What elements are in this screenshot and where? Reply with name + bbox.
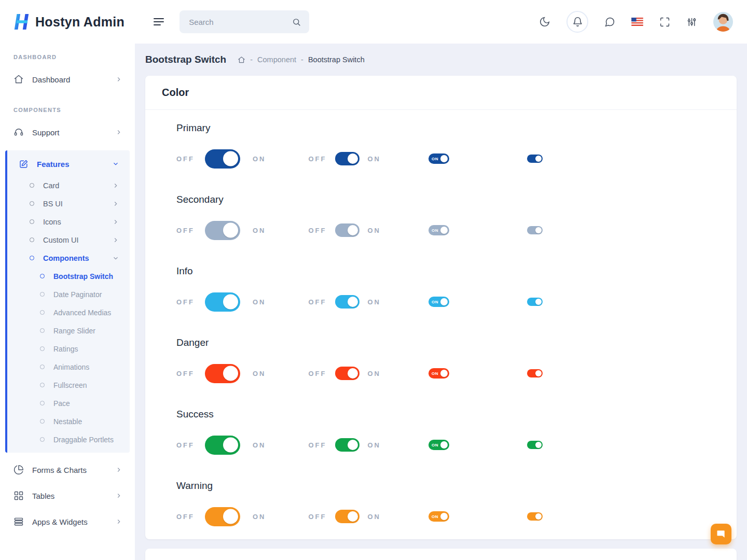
sidebar-item-components[interactable]: Components [7, 249, 130, 267]
switch-knob [535, 299, 542, 305]
sidebar-item-date-paginator[interactable]: Date Paginator [7, 285, 130, 303]
flag-us-icon [631, 18, 643, 26]
sidebar-item-pace[interactable]: Pace [7, 394, 130, 412]
sidebar-item-label: Components [43, 254, 89, 262]
switch-row: OFFONOFFONON [176, 291, 720, 312]
switch-state-label: OFF [176, 227, 195, 234]
language-selector[interactable] [631, 18, 643, 26]
switch-on-text: ON [432, 228, 438, 233]
toggle-switch-sm[interactable]: ON [428, 511, 449, 522]
brand[interactable]: Hostyn Admin [12, 13, 125, 31]
toggle-switch-md[interactable] [335, 510, 359, 523]
toggle-switch-xs[interactable] [527, 441, 543, 449]
toggle-switch-lg[interactable] [205, 292, 240, 312]
toggle-switch-lg[interactable] [205, 507, 240, 526]
dark-mode-toggle[interactable] [539, 16, 550, 27]
switch-state-label: ON [253, 370, 266, 377]
switch-knob [348, 440, 358, 450]
toggle-switch-md[interactable] [335, 223, 359, 237]
sidebar-item-forms-charts[interactable]: Forms & Charts [0, 457, 135, 483]
toggle-switch-sm[interactable]: ON [428, 225, 449, 235]
sidebar-item-features[interactable]: Features [7, 151, 130, 176]
switch-on-text: ON [432, 514, 438, 519]
breadcrumb-home-icon[interactable] [238, 56, 245, 64]
sidebar-item-label: Advanced Medias [53, 309, 111, 317]
switch-section-title: Secondary [176, 194, 720, 205]
toggle-switch-sm[interactable]: ON [428, 297, 449, 307]
toggle-switch-lg[interactable] [205, 221, 240, 240]
toggle-switch-sm[interactable]: ON [428, 440, 449, 450]
toggle-switch-md[interactable] [335, 152, 359, 165]
sidebar-item-fullscreen[interactable]: Fullscreen [7, 376, 130, 394]
breadcrumb-separator: - [250, 55, 253, 64]
breadcrumb-item[interactable]: Component [257, 55, 296, 64]
messages-button[interactable] [604, 17, 615, 27]
switch-knob [223, 223, 238, 238]
brand-name: Hostyn Admin [35, 15, 125, 30]
toggle-switch-md[interactable] [335, 438, 359, 452]
toggle-switch-xs[interactable] [527, 155, 543, 163]
sliders-icon [686, 17, 697, 27]
sidebar-item-tables[interactable]: Tables [0, 483, 135, 509]
toggle-switch-sm[interactable]: ON [428, 153, 449, 164]
sidebar-item-support[interactable]: Support [0, 119, 135, 145]
header-actions [539, 11, 733, 33]
sidebar-item-advanced-medias[interactable]: Advanced Medias [7, 303, 130, 321]
toggle-switch-xs[interactable] [527, 369, 543, 377]
sidebar-item-range-slider[interactable]: Range Slider [7, 321, 130, 340]
search-input[interactable] [179, 10, 309, 33]
bullet-icon [40, 401, 45, 405]
sidebar-item-label: Support [32, 128, 60, 137]
switch-knob [223, 509, 238, 524]
switch-state-label: OFF [176, 155, 195, 163]
bullet-icon [30, 219, 34, 224]
sidebar-item-nestable[interactable]: Nestable [7, 412, 130, 430]
breadcrumb-row: Bootstrap Switch - Component - Bootstrap… [145, 52, 737, 67]
pie-chart-icon [13, 465, 24, 475]
toggle-switch-sm[interactable]: ON [428, 368, 449, 379]
user-avatar[interactable] [713, 12, 733, 32]
sidebar-section-dashboard: DASHBOARD [0, 44, 135, 66]
switch-section-secondary: SecondaryOFFONOFFONON [145, 181, 737, 253]
toggle-switch-lg[interactable] [205, 436, 240, 455]
sidebar-item-label: Apps & Widgets [32, 517, 88, 526]
fullscreen-button[interactable] [659, 17, 670, 27]
notifications-button[interactable] [566, 11, 588, 33]
chevron-right-icon [115, 492, 122, 499]
toggle-switch-md[interactable] [335, 367, 359, 380]
sidebar-item-animations[interactable]: Animations [7, 358, 130, 376]
sidebar-item-card[interactable]: Card [7, 176, 130, 194]
toggle-switch-lg[interactable] [205, 364, 240, 383]
toggle-switch-lg[interactable] [205, 149, 240, 169]
switch-on-text: ON [432, 300, 438, 304]
toggle-switch-xs[interactable] [527, 298, 543, 306]
toggle-switch-md[interactable] [335, 295, 359, 309]
switch-state-label: OFF [176, 370, 195, 377]
switch-state-label: OFF [309, 155, 327, 163]
sidebar-item-dashboard[interactable]: Dashboard [0, 66, 135, 92]
switch-knob [348, 511, 358, 522]
chevron-right-icon [112, 236, 119, 244]
bullet-icon [40, 310, 45, 315]
toggle-switch-xs[interactable] [527, 226, 543, 234]
sidebar-item-custom-ui[interactable]: Custom UI [7, 231, 130, 249]
chevron-right-icon [115, 466, 122, 473]
bullet-icon [30, 201, 34, 206]
chat-icon [604, 17, 615, 27]
sidebar-item-bootstrap-switch[interactable]: Bootstrap Switch [7, 267, 130, 285]
menu-toggle-button[interactable] [153, 16, 165, 28]
search-box [179, 10, 309, 33]
sidebar-item-apps-widgets[interactable]: Apps & Widgets [0, 509, 135, 535]
chat-fab-button[interactable] [711, 524, 731, 544]
settings-button[interactable] [686, 17, 697, 27]
sidebar-bottom-nav: Forms & ChartsTablesApps & Widgets [0, 457, 135, 535]
fullscreen-icon [659, 17, 670, 27]
grid-icon [13, 491, 24, 501]
sidebar-item-ratings[interactable]: Ratings [7, 340, 130, 358]
sidebar-item-icons[interactable]: Icons [7, 213, 130, 231]
sidebar-item-draggable-portlets[interactable]: Draggable Portlets [7, 430, 130, 449]
switch-state-label: ON [253, 441, 266, 449]
sidebar-item-bs-ui[interactable]: BS UI [7, 194, 130, 213]
search-icon[interactable] [292, 18, 301, 26]
toggle-switch-xs[interactable] [527, 512, 543, 521]
